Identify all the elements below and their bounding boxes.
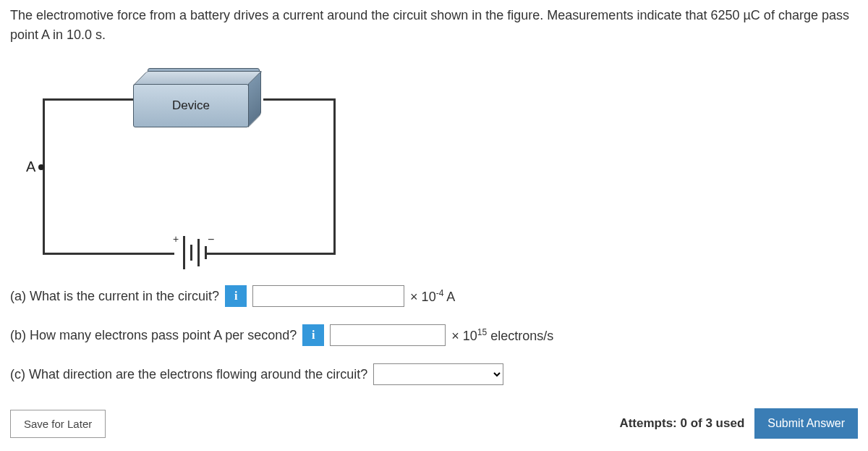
info-icon[interactable]: i bbox=[225, 285, 247, 307]
battery-symbol: + − bbox=[174, 233, 205, 272]
wire bbox=[205, 253, 336, 255]
footer: Save for Later Attempts: 0 of 3 used Sub… bbox=[10, 408, 858, 439]
wire bbox=[43, 98, 45, 254]
device-label: Device bbox=[133, 84, 249, 127]
wire bbox=[333, 98, 336, 254]
part-a-unit: × 10-4 A bbox=[410, 288, 455, 305]
part-a-row: (a) What is the current in the circuit? … bbox=[10, 285, 858, 307]
device-box: Device bbox=[133, 68, 263, 126]
point-a-dot bbox=[38, 164, 44, 170]
part-a-input[interactable] bbox=[252, 285, 404, 307]
point-a-label: A bbox=[26, 159, 44, 175]
part-c-prompt: (c) What direction are the electrons flo… bbox=[10, 367, 367, 382]
part-a-prompt: (a) What is the current in the circuit? bbox=[10, 289, 219, 304]
problem-statement: The electromotive force from a battery d… bbox=[10, 6, 858, 45]
save-for-later-button[interactable]: Save for Later bbox=[10, 410, 106, 438]
part-b-unit: × 1015 electrons/s bbox=[451, 327, 553, 344]
battery-plus: + bbox=[173, 233, 179, 245]
part-b-row: (b) How many electrons pass point A per … bbox=[10, 324, 858, 346]
attempts-label: Attempts: 0 of 3 used bbox=[619, 416, 744, 431]
circuit-figure: Device A + − bbox=[25, 61, 858, 264]
battery-minus: − bbox=[208, 233, 214, 246]
part-b-input[interactable] bbox=[330, 324, 446, 346]
wire bbox=[263, 98, 336, 101]
wire bbox=[43, 253, 174, 255]
part-b-prompt: (b) How many electrons pass point A per … bbox=[10, 328, 297, 343]
part-c-row: (c) What direction are the electrons flo… bbox=[10, 363, 858, 385]
submit-answer-button[interactable]: Submit Answer bbox=[754, 408, 858, 439]
wire bbox=[43, 98, 135, 101]
info-icon[interactable]: i bbox=[302, 324, 324, 346]
part-c-select[interactable] bbox=[373, 363, 503, 385]
